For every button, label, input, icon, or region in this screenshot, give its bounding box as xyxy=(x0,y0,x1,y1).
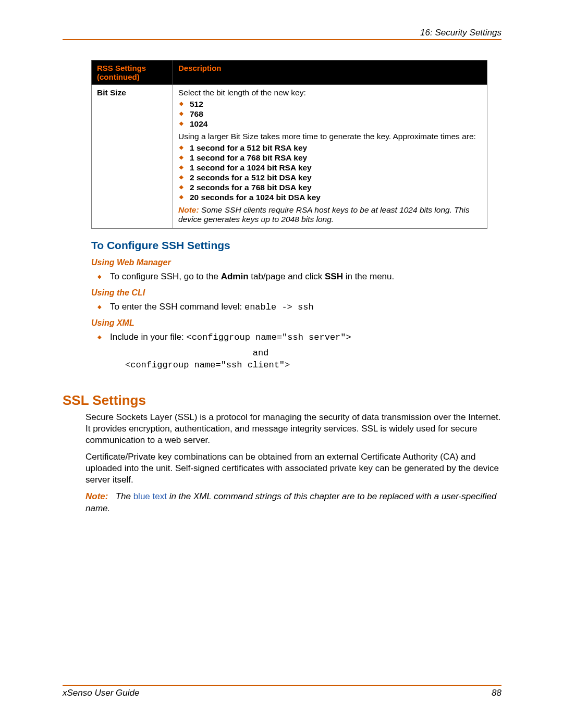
main-content: RSS Settings (continued) Description Bit… xyxy=(63,40,501,514)
note-label: Note: xyxy=(178,205,199,214)
footer-page-number: 88 xyxy=(492,688,501,698)
ssl-note: Note: The blue text in the XML command s… xyxy=(85,491,501,514)
list-item: 1 second for a 1024 bit RSA key xyxy=(190,163,482,172)
list-item: 1024 xyxy=(190,119,482,129)
ssl-paragraph-2: Certificate/Private key combinations can… xyxy=(85,451,501,486)
using-xml-heading: Using XML xyxy=(91,318,501,328)
list-item: 512 xyxy=(190,100,482,109)
list-item: To enter the SSH command level: enable -… xyxy=(110,302,501,312)
running-header: 16: Security Settings xyxy=(63,28,501,38)
xml-code-2: <configgroup name="ssh client"> xyxy=(125,360,290,370)
configure-ssh-heading: To Configure SSH Settings xyxy=(91,239,501,252)
table-note: Note: Some SSH clients require RSA host … xyxy=(178,205,482,224)
text: in the menu. xyxy=(343,272,394,281)
list-item: 1 second for a 512 bit RSA key xyxy=(190,143,482,153)
xml-and: and xyxy=(125,348,268,358)
note-label: Note: xyxy=(85,491,108,501)
ssl-settings-heading: SSL Settings xyxy=(63,392,501,409)
table-header-settings: RSS Settings (continued) xyxy=(92,60,173,85)
ssh-word: SSH xyxy=(325,272,343,281)
using-web-manager-heading: Using Web Manager xyxy=(91,258,501,267)
page-content: 16: Security Settings RSS Settings (cont… xyxy=(63,28,501,514)
cli-command: enable -> ssh xyxy=(244,302,314,312)
note-text: Some SSH clients require RSA host keys t… xyxy=(178,205,470,224)
cli-list: To enter the SSH command level: enable -… xyxy=(91,302,501,312)
list-item: 20 seconds for a 1024 bit DSA key xyxy=(190,193,482,202)
blue-text: blue text xyxy=(133,491,167,501)
bitsize-list: 512 768 1024 xyxy=(178,100,482,129)
list-item: To configure SSH, go to the Admin tab/pa… xyxy=(110,272,501,282)
xml-code-block: and <configgroup name="ssh client"> xyxy=(125,348,501,372)
settings-table: RSS Settings (continued) Description Bit… xyxy=(91,60,487,229)
xml-list: Include in your file: <configgroup name=… xyxy=(91,332,501,342)
list-item: 2 seconds for a 512 bit DSA key xyxy=(190,173,482,182)
list-item: 2 seconds for a 768 bit DSA key xyxy=(190,183,482,192)
text: tab/page and click xyxy=(249,272,325,281)
list-item: Include in your file: <configgroup name=… xyxy=(110,332,501,342)
times-list: 1 second for a 512 bit RSA key 1 second … xyxy=(178,143,482,202)
row-description: Select the bit length of the new key: 51… xyxy=(173,85,487,229)
text: To configure SSH, go to the xyxy=(110,272,221,281)
footer-guide-title: xSenso User Guide xyxy=(63,688,139,698)
larger-text: Using a larger Bit Size takes more time … xyxy=(178,132,482,141)
note-pre: The xyxy=(116,491,133,501)
cli-text: To enter the SSH command level: xyxy=(110,302,244,312)
row-label-bitsize: Bit Size xyxy=(92,85,173,229)
page-footer: xSenso User Guide 88 xyxy=(63,685,501,698)
list-item: 768 xyxy=(190,109,482,119)
list-item: 1 second for a 768 bit RSA key xyxy=(190,153,482,163)
using-cli-heading: Using the CLI xyxy=(91,288,501,298)
table-header-description: Description xyxy=(173,60,487,85)
ssl-paragraph-1: Secure Sockets Layer (SSL) is a protocol… xyxy=(85,412,501,446)
footer-rule xyxy=(63,685,501,686)
xml-text: Include in your file: xyxy=(110,332,186,342)
table-row: Bit Size Select the bit length of the ne… xyxy=(92,85,487,229)
xml-code-1: <configgroup name="ssh server"> xyxy=(186,332,351,342)
webmgr-list: To configure SSH, go to the Admin tab/pa… xyxy=(91,272,501,282)
admin-word: Admin xyxy=(221,272,249,281)
select-text: Select the bit length of the new key: xyxy=(178,88,482,97)
